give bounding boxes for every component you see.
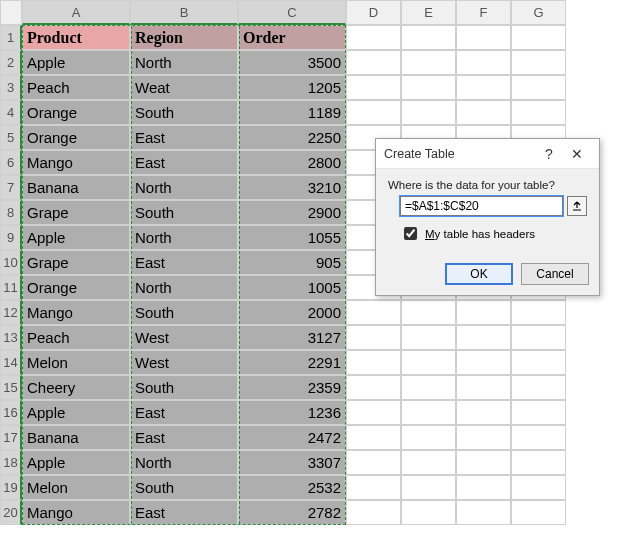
- cell-product[interactable]: Banana: [22, 425, 130, 450]
- empty-cell[interactable]: [456, 325, 511, 350]
- cell-region[interactable]: West: [130, 350, 238, 375]
- cell-product[interactable]: Mango: [22, 150, 130, 175]
- empty-cell[interactable]: [511, 450, 566, 475]
- empty-cell[interactable]: [511, 25, 566, 50]
- empty-cell[interactable]: [456, 25, 511, 50]
- column-header-C[interactable]: C: [238, 0, 346, 25]
- cell-product[interactable]: Mango: [22, 500, 130, 525]
- empty-cell[interactable]: [346, 25, 401, 50]
- empty-cell[interactable]: [511, 100, 566, 125]
- row-header-6[interactable]: 6: [0, 150, 22, 175]
- range-input[interactable]: [400, 196, 563, 216]
- empty-cell[interactable]: [401, 325, 456, 350]
- empty-cell[interactable]: [511, 50, 566, 75]
- empty-cell[interactable]: [346, 425, 401, 450]
- empty-cell[interactable]: [511, 325, 566, 350]
- cell-region[interactable]: North: [130, 275, 238, 300]
- empty-cell[interactable]: [346, 75, 401, 100]
- cell-order[interactable]: 3210: [238, 175, 346, 200]
- cell-region[interactable]: South: [130, 475, 238, 500]
- cell-order[interactable]: 1236: [238, 400, 346, 425]
- row-header-2[interactable]: 2: [0, 50, 22, 75]
- select-all-corner[interactable]: [0, 0, 22, 25]
- empty-cell[interactable]: [511, 350, 566, 375]
- row-header-15[interactable]: 15: [0, 375, 22, 400]
- cell-region[interactable]: North: [130, 450, 238, 475]
- cell-region[interactable]: South: [130, 375, 238, 400]
- cell-product[interactable]: Grape: [22, 200, 130, 225]
- empty-cell[interactable]: [401, 500, 456, 525]
- empty-cell[interactable]: [456, 100, 511, 125]
- cell-product[interactable]: Apple: [22, 225, 130, 250]
- cell-order[interactable]: 2359: [238, 375, 346, 400]
- cell-product[interactable]: Orange: [22, 100, 130, 125]
- empty-cell[interactable]: [456, 300, 511, 325]
- empty-cell[interactable]: [456, 500, 511, 525]
- empty-cell[interactable]: [456, 475, 511, 500]
- cell-order[interactable]: 905: [238, 250, 346, 275]
- row-header-18[interactable]: 18: [0, 450, 22, 475]
- row-header-8[interactable]: 8: [0, 200, 22, 225]
- empty-cell[interactable]: [401, 375, 456, 400]
- cell-region[interactable]: East: [130, 400, 238, 425]
- range-selector-icon[interactable]: [567, 196, 587, 216]
- empty-cell[interactable]: [401, 425, 456, 450]
- empty-cell[interactable]: [346, 100, 401, 125]
- row-header-17[interactable]: 17: [0, 425, 22, 450]
- cell-product[interactable]: Melon: [22, 475, 130, 500]
- empty-cell[interactable]: [456, 450, 511, 475]
- cell-order[interactable]: 1189: [238, 100, 346, 125]
- row-header-14[interactable]: 14: [0, 350, 22, 375]
- empty-cell[interactable]: [456, 75, 511, 100]
- cell-order[interactable]: 2900: [238, 200, 346, 225]
- empty-cell[interactable]: [401, 450, 456, 475]
- cell-region[interactable]: West: [130, 325, 238, 350]
- row-header-3[interactable]: 3: [0, 75, 22, 100]
- column-header-B[interactable]: B: [130, 0, 238, 25]
- empty-cell[interactable]: [511, 475, 566, 500]
- cell-product[interactable]: Apple: [22, 450, 130, 475]
- row-header-10[interactable]: 10: [0, 250, 22, 275]
- empty-cell[interactable]: [456, 350, 511, 375]
- cell-region[interactable]: East: [130, 425, 238, 450]
- empty-cell[interactable]: [456, 400, 511, 425]
- empty-cell[interactable]: [511, 400, 566, 425]
- row-header-1[interactable]: 1: [0, 25, 22, 50]
- column-header-D[interactable]: D: [346, 0, 401, 25]
- cell-order[interactable]: 3500: [238, 50, 346, 75]
- cell-order[interactable]: 3307: [238, 450, 346, 475]
- cell-region[interactable]: East: [130, 500, 238, 525]
- empty-cell[interactable]: [401, 300, 456, 325]
- empty-cell[interactable]: [346, 450, 401, 475]
- row-header-13[interactable]: 13: [0, 325, 22, 350]
- empty-cell[interactable]: [511, 300, 566, 325]
- cell-order[interactable]: 2250: [238, 125, 346, 150]
- cell-order[interactable]: 2800: [238, 150, 346, 175]
- column-header-G[interactable]: G: [511, 0, 566, 25]
- table-header-cell[interactable]: Order: [238, 25, 346, 50]
- cell-region[interactable]: North: [130, 50, 238, 75]
- row-header-9[interactable]: 9: [0, 225, 22, 250]
- empty-cell[interactable]: [401, 75, 456, 100]
- empty-cell[interactable]: [346, 475, 401, 500]
- cell-region[interactable]: East: [130, 150, 238, 175]
- empty-cell[interactable]: [456, 375, 511, 400]
- table-header-cell[interactable]: Region: [130, 25, 238, 50]
- empty-cell[interactable]: [346, 50, 401, 75]
- empty-cell[interactable]: [511, 75, 566, 100]
- column-header-E[interactable]: E: [401, 0, 456, 25]
- empty-cell[interactable]: [346, 500, 401, 525]
- cell-order[interactable]: 2472: [238, 425, 346, 450]
- column-header-F[interactable]: F: [456, 0, 511, 25]
- cell-product[interactable]: Grape: [22, 250, 130, 275]
- empty-cell[interactable]: [346, 350, 401, 375]
- empty-cell[interactable]: [401, 100, 456, 125]
- cell-order[interactable]: 1055: [238, 225, 346, 250]
- empty-cell[interactable]: [511, 500, 566, 525]
- cell-region[interactable]: South: [130, 300, 238, 325]
- cancel-button[interactable]: Cancel: [521, 263, 589, 285]
- empty-cell[interactable]: [346, 400, 401, 425]
- cell-region[interactable]: South: [130, 200, 238, 225]
- cell-order[interactable]: 2532: [238, 475, 346, 500]
- empty-cell[interactable]: [401, 50, 456, 75]
